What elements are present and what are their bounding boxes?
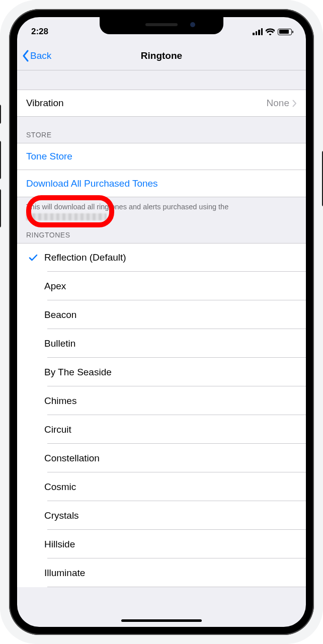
volume-up-chassis [0,141,1,179]
ringtone-row[interactable]: By The Seaside [17,358,306,386]
ringtone-label: Circuit [44,424,71,435]
ringtone-label: Illuminate [44,568,85,579]
vibration-label: Vibration [26,98,64,109]
ringtone-label: Reflection (Default) [44,252,126,263]
ringtone-label: Apex [44,281,66,292]
back-button[interactable]: Back [22,50,51,62]
ringtone-row[interactable]: Cosmic [17,472,306,501]
ringtone-label: Beacon [44,309,76,320]
store-footer: This will download all ringtones and ale… [17,197,306,222]
ringtone-row[interactable]: Illuminate [17,558,306,587]
ringtone-row[interactable]: Bulletin [17,329,306,358]
screen: 2:28 Back Ringtone [17,17,306,627]
mute-switch-chassis [0,105,1,124]
ringtone-row[interactable]: Chimes [17,386,306,415]
ringtone-label: Constellation [44,453,100,464]
section-header-ringtones: RINGTONES [17,222,306,243]
chevron-right-icon [292,100,297,107]
status-time: 2:28 [31,27,48,37]
vibration-value: None [267,98,289,109]
volume-down-chassis [0,189,1,227]
ringtone-row[interactable]: Constellation [17,444,306,472]
ringtone-label: Hillside [44,539,75,550]
vibration-row[interactable]: Vibration None [17,90,306,117]
ringtone-row[interactable]: Circuit [17,415,306,444]
device-frame: 2:28 Back Ringtone [0,0,323,644]
home-indicator [121,619,202,622]
back-label: Back [30,50,51,61]
device-notch [100,17,223,34]
section-header-store: STORE [17,117,306,143]
ringtone-label: Crystals [44,510,79,521]
ringtone-row[interactable]: Hillside [17,530,306,558]
chevron-back-icon [22,50,29,62]
ringtone-label: By The Seaside [44,367,112,378]
vibration-value-cluster: None [267,98,297,109]
download-all-row[interactable]: Download All Purchased Tones [17,170,306,197]
top-spacer [17,70,306,90]
content-scroll[interactable]: Vibration None STORE Tone Store Download… [17,70,306,627]
ringtone-label: Cosmic [44,481,76,493]
ringtone-label: Chimes [44,395,76,407]
download-all-label: Download All Purchased Tones [26,178,158,189]
wifi-icon [266,28,275,35]
tone-store-label: Tone Store [26,151,72,162]
battery-icon [278,29,292,35]
ringtone-row[interactable]: Apex [17,272,306,300]
ringtone-row[interactable]: Crystals [17,501,306,530]
store-footer-redacted [26,213,107,220]
page-title: Ringtone [17,50,306,61]
store-footer-text: This will download all ringtones and ale… [26,203,228,211]
checkmark-icon [26,253,40,262]
tone-store-row[interactable]: Tone Store [17,143,306,170]
ringtone-label: Bulletin [44,338,75,349]
status-right-cluster [253,28,292,35]
device-bezel: 2:28 Back Ringtone [9,9,314,635]
nav-bar: Back Ringtone [17,41,306,70]
cellular-signal-icon [253,28,263,35]
ringtone-row[interactable]: Beacon [17,300,306,329]
ringtone-row[interactable]: Reflection (Default) [17,243,306,272]
ringtones-list: Reflection (Default)ApexBeaconBulletinBy… [17,243,306,587]
